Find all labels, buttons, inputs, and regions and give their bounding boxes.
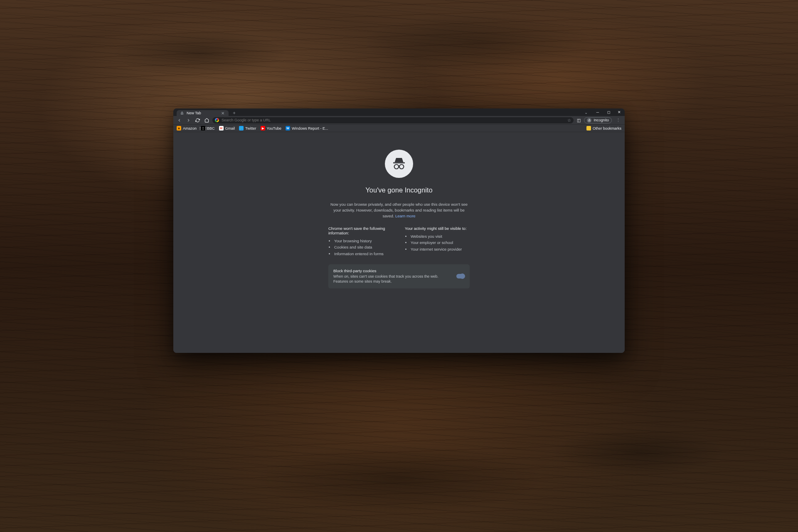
forward-button[interactable] — [185, 117, 192, 123]
incognito-headline: You've gone Incognito — [365, 186, 432, 194]
window-controls: ─ ◻ ✕ — [592, 108, 625, 116]
profile-chip[interactable]: Incognito — [584, 117, 612, 123]
side-panel-button[interactable]: ◫ — [576, 118, 581, 123]
incognito-icon — [587, 118, 591, 123]
svg-point-2 — [399, 165, 404, 169]
menu-button[interactable]: ⋮ — [614, 118, 622, 123]
search-engine-icon — [215, 118, 219, 122]
cookie-card: Block third-party cookies When on, sites… — [328, 264, 470, 288]
incognito-logo — [385, 150, 413, 178]
list-item: Information entered in forms — [334, 251, 393, 257]
bookmark-item[interactable]: ⋮⋮⋮BBC — [201, 126, 215, 131]
url-input[interactable] — [222, 118, 565, 122]
minimize-button[interactable]: ─ — [592, 108, 603, 116]
maximize-button[interactable]: ◻ — [603, 108, 614, 116]
cookie-title: Block third-party cookies — [333, 268, 451, 273]
back-button[interactable] — [176, 117, 182, 123]
close-window-button[interactable]: ✕ — [614, 108, 625, 116]
wont-save-column: Chrome won't save the following informat… — [328, 226, 393, 257]
svg-point-1 — [394, 165, 399, 169]
bookmark-favicon: a — [177, 126, 181, 131]
folder-icon: ▇ — [586, 126, 591, 131]
new-tab-button[interactable]: ＋ — [229, 110, 240, 116]
bookmark-label: Windows Report - E... — [292, 126, 328, 131]
address-bar[interactable]: ☆ — [212, 117, 574, 123]
bookmark-label: Amazon — [183, 126, 197, 131]
bookmark-item[interactable]: 🐦Twitter — [239, 126, 256, 131]
col2-title: Your activity might still be visible to: — [405, 226, 470, 231]
info-columns: Chrome won't save the following informat… — [328, 226, 470, 257]
svg-rect-0 — [393, 163, 405, 164]
home-button[interactable] — [203, 117, 210, 123]
list-item: Cookies and site data — [334, 244, 393, 250]
col2-list: Websites you visitYour employer or schoo… — [405, 233, 470, 252]
browser-window: New Tab ✕ ＋ ⌄ ─ ◻ ✕ ☆ ◫ Incognito ⋮ — [173, 108, 625, 353]
visible-to-column: Your activity might still be visible to:… — [405, 226, 470, 257]
learn-more-link[interactable]: Learn more — [395, 214, 416, 218]
bookmark-item[interactable]: WWindows Report - E... — [286, 126, 328, 131]
bookmark-favicon: ▶ — [261, 126, 265, 131]
bookmark-favicon: W — [286, 126, 290, 131]
other-bookmarks-label: Other bookmarks — [593, 126, 621, 131]
other-bookmarks-folder[interactable]: ▇ Other bookmarks — [586, 126, 621, 131]
list-item: Your internet service provider — [411, 246, 470, 252]
cookie-toggle[interactable] — [456, 274, 465, 278]
bookmarks-bar: aAmazon⋮⋮⋮BBCMGmail🐦Twitter▶YouTubeWWind… — [173, 125, 625, 132]
close-tab-button[interactable]: ✕ — [220, 111, 225, 116]
list-item: Your browsing history — [334, 238, 393, 244]
cookie-desc: When on, sites can't use cookies that tr… — [333, 274, 451, 284]
col1-list: Your browsing historyCookies and site da… — [328, 238, 393, 257]
profile-label: Incognito — [594, 118, 609, 122]
bookmark-star-icon[interactable]: ☆ — [567, 118, 571, 123]
tab-title: New Tab — [187, 111, 218, 115]
bookmark-favicon: M — [219, 126, 224, 131]
bookmark-label: YouTube — [267, 126, 281, 131]
toolbar: ☆ ◫ Incognito ⋮ — [173, 116, 625, 125]
bookmark-favicon: 🐦 — [239, 126, 244, 131]
list-item: Websites you visit — [411, 233, 470, 239]
incognito-description: Now you can browse privately, and other … — [328, 202, 470, 219]
reload-button[interactable] — [194, 117, 201, 123]
col1-title: Chrome won't save the following informat… — [328, 226, 393, 235]
bookmark-label: Gmail — [225, 126, 235, 131]
bookmark-label: BBC — [207, 126, 215, 131]
bookmark-favicon: ⋮⋮⋮ — [201, 126, 205, 131]
page-content: You've gone Incognito Now you can browse… — [173, 132, 625, 353]
list-item: Your employer or school — [411, 239, 470, 246]
bookmark-item[interactable]: ▶YouTube — [261, 126, 281, 131]
bookmark-label: Twitter — [245, 126, 256, 131]
tab-strip: New Tab ✕ ＋ ⌄ ─ ◻ ✕ — [173, 108, 625, 116]
bookmark-item[interactable]: aAmazon — [177, 126, 197, 131]
incognito-favicon — [180, 111, 184, 115]
bookmark-item[interactable]: MGmail — [219, 126, 235, 131]
active-tab[interactable]: New Tab ✕ — [177, 110, 229, 116]
tab-search-button[interactable]: ⌄ — [581, 108, 591, 116]
cookie-text: Block third-party cookies When on, sites… — [333, 268, 451, 284]
